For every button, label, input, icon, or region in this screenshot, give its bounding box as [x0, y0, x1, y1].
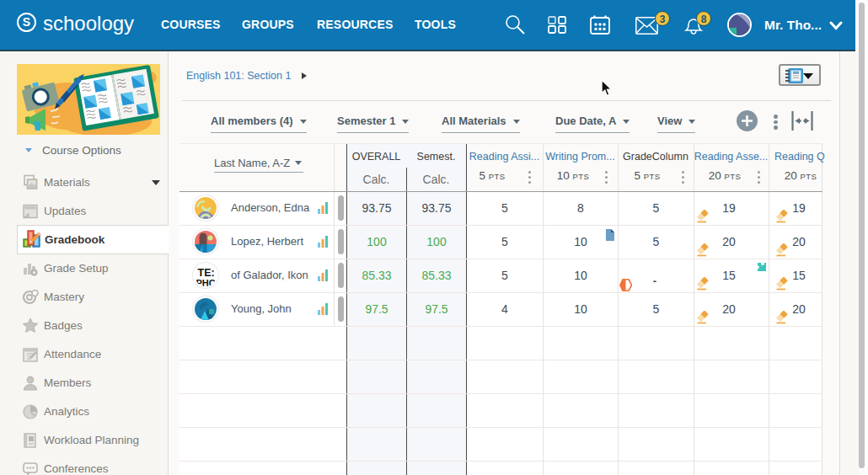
svg-text:TE:: TE:	[198, 267, 215, 279]
svg-text:PHC: PHC	[196, 278, 216, 287]
